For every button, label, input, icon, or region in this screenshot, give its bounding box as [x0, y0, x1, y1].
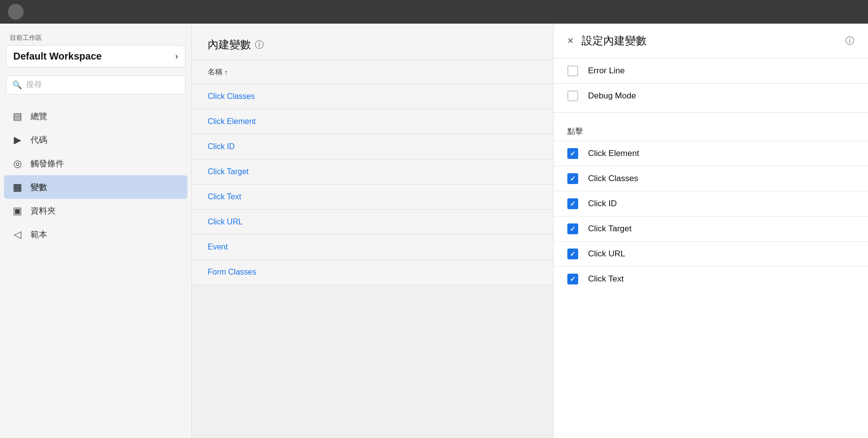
- sidebar-nav: ▤ 總覽 ▶ 代碼 ◎ 觸發條件 ▦ 變數 ▣ 資料夾 ◁ 範本: [0, 104, 191, 246]
- checkbox-click-id-box[interactable]: [567, 198, 578, 209]
- sidebar-item-label-variables: 變數: [31, 182, 47, 193]
- right-panel: × 設定內建變數 ⓘ Error Line Debug Mode 點擊 Clic…: [553, 24, 868, 438]
- sidebar-item-variables[interactable]: ▦ 變數: [4, 175, 187, 199]
- checkbox-error-line[interactable]: Error Line: [554, 59, 868, 83]
- folders-icon: ▣: [11, 205, 24, 217]
- checkbox-click-text-box[interactable]: [567, 274, 578, 284]
- right-panel-body: Error Line Debug Mode 點擊 Click Element C…: [554, 59, 868, 438]
- variables-icon: ▦: [11, 181, 24, 193]
- checkbox-click-classes-label: Click Classes: [588, 174, 638, 184]
- checkbox-click-element-box[interactable]: [567, 148, 578, 159]
- chevron-right-icon: ›: [175, 51, 178, 62]
- variables-help-icon[interactable]: ⓘ: [255, 39, 264, 51]
- checkbox-debug-mode[interactable]: Debug Mode: [554, 83, 868, 108]
- checkbox-click-url[interactable]: Click URL: [554, 241, 868, 266]
- search-placeholder: 搜尋: [26, 80, 42, 90]
- checkbox-error-line-box[interactable]: [567, 65, 578, 76]
- checkbox-debug-mode-box[interactable]: [567, 91, 578, 101]
- sidebar-item-overview[interactable]: ▤ 總覽: [4, 104, 187, 128]
- sidebar-item-templates[interactable]: ◁ 範本: [4, 222, 187, 246]
- overview-icon: ▤: [11, 110, 24, 122]
- checkbox-click-element-label: Click Element: [588, 149, 639, 158]
- sidebar-item-label-overview: 總覽: [31, 111, 47, 122]
- checkbox-click-url-label: Click URL: [588, 249, 625, 259]
- sidebar-item-label-folders: 資料夾: [31, 205, 56, 217]
- checkbox-click-classes[interactable]: Click Classes: [554, 166, 868, 191]
- checkbox-error-line-label: Error Line: [588, 66, 625, 76]
- search-icon: 🔍: [12, 80, 22, 90]
- checkbox-click-text[interactable]: Click Text: [554, 266, 868, 291]
- checkbox-click-url-box[interactable]: [567, 249, 578, 259]
- click-section-label: 點擊: [554, 117, 868, 141]
- checkbox-click-target[interactable]: Click Target: [554, 216, 868, 241]
- close-button[interactable]: ×: [567, 35, 574, 46]
- right-panel-header: × 設定內建變數 ⓘ: [554, 24, 868, 59]
- top-bar: [0, 0, 868, 24]
- workspace-name: Default Workspace: [13, 51, 102, 62]
- search-bar[interactable]: 🔍 搜尋: [6, 75, 186, 94]
- checkbox-click-classes-box[interactable]: [567, 173, 578, 184]
- sidebar: 目前工作區 Default Workspace › 🔍 搜尋 ▤ 總覽 ▶ 代碼…: [0, 24, 192, 438]
- templates-icon: ◁: [11, 228, 24, 240]
- col-name-header: 名稱 ↑: [208, 67, 228, 77]
- checkbox-click-target-box[interactable]: [567, 223, 578, 234]
- checkbox-click-id[interactable]: Click ID: [554, 191, 868, 216]
- triggers-icon: ◎: [11, 157, 24, 169]
- avatar: [8, 4, 24, 20]
- workspace-button[interactable]: Default Workspace ›: [6, 45, 186, 67]
- checkbox-debug-mode-label: Debug Mode: [588, 91, 636, 101]
- checkbox-click-element[interactable]: Click Element: [554, 141, 868, 166]
- workspace-label: 目前工作區: [0, 24, 191, 45]
- section-divider: [554, 112, 868, 113]
- sidebar-item-code[interactable]: ▶ 代碼: [4, 128, 187, 152]
- variables-panel-title: 內建變數: [208, 37, 251, 52]
- checkbox-click-target-label: Click Target: [588, 224, 632, 234]
- checkbox-click-text-label: Click Text: [588, 274, 623, 284]
- sidebar-item-triggers[interactable]: ◎ 觸發條件: [4, 152, 187, 175]
- checkbox-click-id-label: Click ID: [588, 199, 617, 209]
- sidebar-item-label-code: 代碼: [31, 134, 47, 146]
- code-icon: ▶: [11, 134, 24, 146]
- sidebar-item-label-triggers: 觸發條件: [31, 158, 64, 169]
- right-panel-title: 設定內建變數: [582, 33, 837, 48]
- right-panel-help-icon[interactable]: ⓘ: [845, 35, 854, 47]
- sidebar-item-folders[interactable]: ▣ 資料夾: [4, 199, 187, 222]
- sidebar-item-label-templates: 範本: [31, 229, 47, 240]
